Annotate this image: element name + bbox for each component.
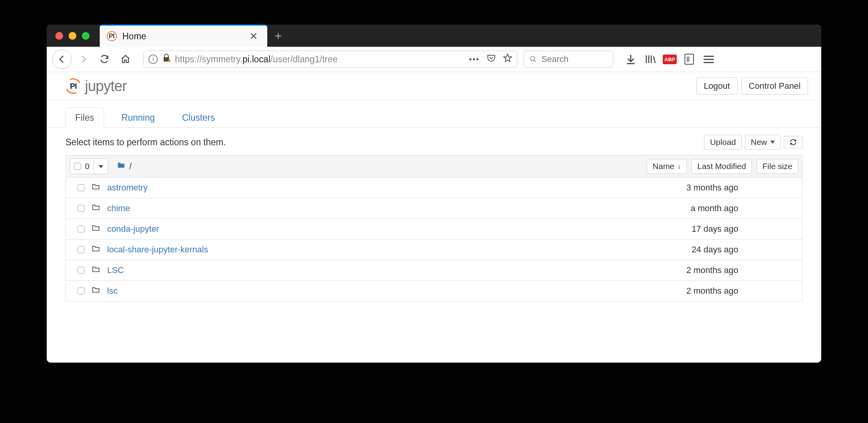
tab-running[interactable]: Running xyxy=(112,108,165,128)
caret-down-icon xyxy=(99,165,103,168)
select-all-group[interactable]: 0 xyxy=(70,159,108,174)
minimize-window-button[interactable] xyxy=(69,32,76,40)
caret-down-icon xyxy=(770,141,775,144)
svg-point-3 xyxy=(530,56,535,61)
file-list: 0 / Name ↓ Last Modified File size astro… xyxy=(47,155,821,301)
folder-outline-icon xyxy=(92,224,100,234)
file-row: chimea month ago xyxy=(65,198,803,219)
row-checkbox[interactable] xyxy=(78,184,85,191)
action-bar: Select items to perform actions on them.… xyxy=(47,128,821,155)
library-icon[interactable] xyxy=(644,53,656,65)
forward-button[interactable] xyxy=(74,50,93,69)
file-row: LSC2 months ago xyxy=(65,260,803,281)
search-input[interactable] xyxy=(542,54,607,64)
window-traffic-lights xyxy=(47,32,100,40)
row-checkbox[interactable] xyxy=(78,205,85,212)
file-modified: 24 days ago xyxy=(628,245,741,255)
file-row: local-share-jupyter-kernals24 days ago xyxy=(65,240,803,260)
jupyter-logo-icon: PI xyxy=(65,78,81,94)
tab-clusters[interactable]: Clusters xyxy=(172,108,224,128)
tab-favicon: PI xyxy=(107,31,117,41)
action-hint-text: Select items to perform actions on them. xyxy=(65,137,226,148)
site-info-icon[interactable]: i xyxy=(148,55,158,64)
file-list-header: 0 / Name ↓ Last Modified File size xyxy=(65,155,803,178)
adblock-icon[interactable]: ABP xyxy=(664,53,676,65)
browser-search-box[interactable] xyxy=(524,51,613,68)
sort-name-label: Name xyxy=(653,162,674,171)
folder-outline-icon xyxy=(92,265,100,276)
menu-burger-icon[interactable] xyxy=(703,53,715,65)
upload-button[interactable]: Upload xyxy=(704,135,742,150)
row-checkbox[interactable] xyxy=(78,246,85,253)
arrow-down-icon: ↓ xyxy=(677,162,681,171)
row-checkbox[interactable] xyxy=(78,287,85,294)
reader-view-icon[interactable] xyxy=(683,53,695,65)
browser-window: PI Home ✕ ＋ i https://symmetry.pi.local/… xyxy=(47,25,821,363)
file-modified: 3 months ago xyxy=(628,183,741,193)
jupyter-logo[interactable]: PI jupyter xyxy=(65,78,127,95)
reload-button[interactable] xyxy=(95,50,114,69)
select-all-checkbox[interactable] xyxy=(74,163,81,170)
svg-rect-2 xyxy=(169,61,169,62)
svg-rect-1 xyxy=(169,60,169,61)
folder-icon xyxy=(117,161,125,172)
row-checkbox[interactable] xyxy=(78,226,85,233)
jupyter-logo-text: jupyter xyxy=(85,78,127,95)
jupyter-header: PI jupyter Logout Control Panel xyxy=(47,72,821,100)
file-name-link[interactable]: astrometry xyxy=(107,183,148,193)
folder-outline-icon xyxy=(92,244,100,255)
sort-size-button[interactable]: File size xyxy=(757,159,798,174)
file-row: lsc2 months ago xyxy=(65,281,803,301)
url-text: https://symmetry.pi.local/user/dlang1/tr… xyxy=(175,54,338,65)
new-label: New xyxy=(751,137,767,147)
file-name-link[interactable]: local-share-jupyter-kernals xyxy=(107,245,208,255)
file-modified: a month ago xyxy=(628,203,741,213)
folder-outline-icon xyxy=(92,182,100,193)
file-modified: 2 months ago xyxy=(628,265,741,275)
search-icon xyxy=(529,55,537,63)
file-name-link[interactable]: conda-jupyter xyxy=(107,224,159,234)
security-warning-icon[interactable] xyxy=(162,53,171,65)
url-bar[interactable]: i https://symmetry.pi.local/user/dlang1/… xyxy=(143,51,517,68)
close-window-button[interactable] xyxy=(55,32,63,40)
new-tab-button[interactable]: ＋ xyxy=(267,25,289,47)
bookmark-star-icon[interactable] xyxy=(503,53,512,65)
file-name-link[interactable]: chime xyxy=(107,203,130,213)
row-checkbox[interactable] xyxy=(78,267,85,274)
refresh-icon xyxy=(790,139,797,146)
browser-toolbar: i https://symmetry.pi.local/user/dlang1/… xyxy=(47,47,821,72)
selection-count: 0 xyxy=(85,162,90,171)
breadcrumb[interactable]: / xyxy=(117,161,132,172)
jupyter-tabs: Files Running Clusters xyxy=(47,100,821,128)
pocket-icon[interactable] xyxy=(487,53,496,65)
tab-files[interactable]: Files xyxy=(65,108,104,128)
breadcrumb-root: / xyxy=(129,161,132,171)
file-row: conda-jupyter17 days ago xyxy=(65,219,803,240)
maximize-window-button[interactable] xyxy=(82,32,90,40)
file-name-link[interactable]: LSC xyxy=(107,265,124,275)
file-name-link[interactable]: lsc xyxy=(107,286,118,296)
browser-tab-active[interactable]: PI Home ✕ xyxy=(100,25,267,47)
titlebar: PI Home ✕ ＋ xyxy=(47,25,821,47)
tab-close-button[interactable]: ✕ xyxy=(247,30,260,42)
tab-title: Home xyxy=(122,31,242,42)
back-button[interactable] xyxy=(52,49,72,69)
folder-outline-icon xyxy=(92,286,100,296)
sort-name-button[interactable]: Name ↓ xyxy=(647,159,687,174)
file-modified: 2 months ago xyxy=(628,286,741,296)
select-dropdown[interactable] xyxy=(94,159,108,174)
control-panel-button[interactable]: Control Panel xyxy=(741,78,808,95)
sort-modified-button[interactable]: Last Modified xyxy=(692,159,752,174)
file-modified: 17 days ago xyxy=(628,224,741,234)
refresh-button[interactable] xyxy=(784,136,803,148)
logout-button[interactable]: Logout xyxy=(696,78,737,95)
home-button[interactable] xyxy=(116,50,135,69)
folder-outline-icon xyxy=(92,203,100,214)
downloads-icon[interactable] xyxy=(625,53,637,65)
file-row: astrometry3 months ago xyxy=(65,178,803,198)
page-actions-icon[interactable]: ••• xyxy=(469,55,480,64)
toolbar-right-icons: ABP xyxy=(625,53,715,65)
new-dropdown-button[interactable]: New xyxy=(745,135,781,150)
